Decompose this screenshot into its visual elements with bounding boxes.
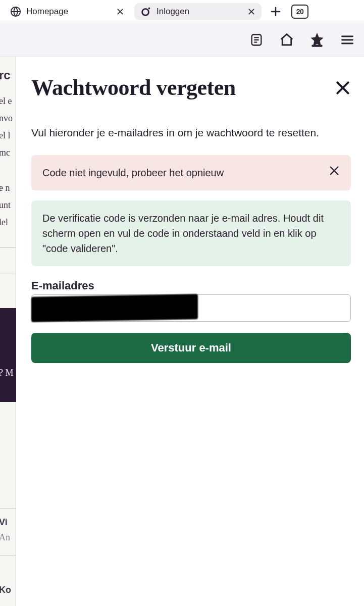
forgot-password-modal: Wachtwoord vergeten Vul hieronder je e-m… xyxy=(16,57,364,606)
success-alert: De verificatie code is verzonden naar je… xyxy=(31,200,351,266)
reader-mode-button[interactable] xyxy=(245,28,268,52)
alert-close-icon[interactable] xyxy=(329,165,340,180)
tab-count-badge: 20 xyxy=(291,5,308,19)
bookmark-button[interactable] xyxy=(305,28,329,52)
email-label: E-mailadres xyxy=(31,279,351,292)
browser-tab-inloggen[interactable]: Inloggen xyxy=(134,3,262,20)
tab-label: Inloggen xyxy=(157,7,189,17)
svg-point-2 xyxy=(148,7,150,9)
tab-close-icon[interactable] xyxy=(116,8,124,16)
success-alert-text: De verificatie code is verzonden naar je… xyxy=(42,211,340,256)
browser-tab-strip: Homepage Inloggen 20 xyxy=(0,0,364,23)
error-alert-text: Code niet ingevuld, probeer het opnieuw xyxy=(42,165,224,180)
tab-overview-button[interactable]: 20 xyxy=(290,2,310,22)
modal-instruction: Vul hieronder je e-mailadres in om je wa… xyxy=(31,125,351,141)
menu-button[interactable] xyxy=(336,28,359,52)
close-icon[interactable] xyxy=(335,80,351,96)
redacted-email-overlay xyxy=(31,294,198,322)
globe-icon xyxy=(10,6,21,17)
site-favicon-icon xyxy=(140,6,151,17)
tab-close-icon[interactable] xyxy=(247,8,255,16)
email-field-group: E-mailadres xyxy=(31,279,351,322)
tab-label: Homepage xyxy=(26,7,68,17)
page-viewport: rc el e nvo el l mc e n unt lel ? M Vi A… xyxy=(0,57,364,606)
svg-point-1 xyxy=(142,9,149,15)
modal-title: Wachtwoord vergeten xyxy=(31,75,236,100)
browser-toolbar xyxy=(0,23,364,57)
new-tab-button[interactable] xyxy=(266,2,286,22)
browser-tab-homepage[interactable]: Homepage xyxy=(4,3,130,20)
home-button[interactable] xyxy=(275,28,298,52)
send-email-button[interactable]: Verstuur e-mail xyxy=(31,333,351,363)
error-alert: Code niet ingevuld, probeer het opnieuw xyxy=(31,155,351,190)
svg-rect-4 xyxy=(312,45,322,46)
